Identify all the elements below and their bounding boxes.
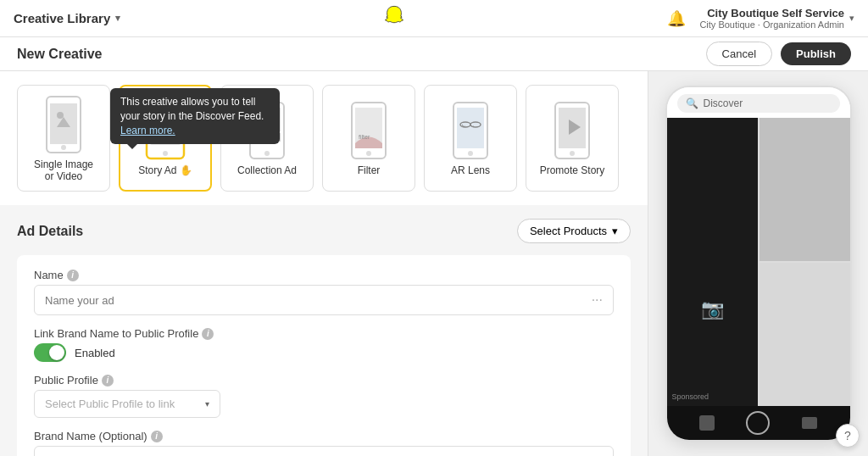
name-label: Name i [34,269,614,281]
public-profile-form-group: Public Profile i Select Public Profile t… [34,374,614,418]
discover-label: Discover [704,97,743,109]
single-image-icon [41,94,86,155]
user-chevron: ▾ [849,13,854,24]
phone-content: 📷 Sponsored [667,118,850,406]
single-image-label: Single Imageor Video [34,158,93,182]
name-form-group: Name i ··· [34,269,614,315]
select-products-button[interactable]: Select Products ▾ [517,219,631,243]
toggle-label: Enabled [75,347,115,359]
header: Creative Library ▾ 🔔 City Boutique Self … [0,0,868,37]
sub-header: New Creative Cancel Publish [0,37,868,71]
creative-types-section: This creative allows you to tell your st… [0,71,648,205]
svg-point-10 [163,151,168,156]
creative-type-list: Single Imageor Video Ad [17,85,631,192]
name-info-icon[interactable]: i [67,270,79,281]
phone-home-button [746,411,770,435]
user-menu[interactable]: City Boutique Self Service City Boutique… [699,7,854,30]
user-role: City Boutique · Organization Admin [699,19,844,30]
help-icon: ? [844,429,851,442]
svg-point-16 [264,151,270,156]
ar-lens-label: AR Lens [451,164,490,176]
public-profile-chevron: ▾ [205,399,209,409]
camera-icon: 📷 [701,298,724,320]
brand-name-input-wrapper: 32 [34,446,614,456]
phone-preview-top: 🔍 Discover [667,87,850,118]
sub-header-actions: Cancel Publish [706,42,851,66]
filter-label: Filter [358,164,381,176]
phone-main-tile: 📷 Sponsored [667,118,758,406]
discover-search-icon: 🔍 [686,97,698,109]
creative-type-filter[interactable]: filter Filter [322,85,415,192]
story-ad-label: Story Ad ✋ [138,164,192,176]
toggle-knob [49,345,64,360]
publish-button[interactable]: Publish [781,42,851,65]
help-button[interactable]: ? [836,424,860,448]
phone-bottom-bar [667,406,850,440]
app-title-chevron: ▾ [115,13,120,24]
user-name: City Boutique Self Service [707,7,844,19]
right-panel: 🔍 Discover 📷 Sponsored [648,71,868,456]
phone-recents-button [802,417,817,429]
page-title: New Creative [17,47,103,62]
svg-point-29 [570,151,575,156]
public-profile-info-icon[interactable]: i [102,375,114,386]
notification-bell-icon[interactable]: 🔔 [667,9,686,28]
ad-details-section: Ad Details Select Products ▾ Name i ··· [0,205,648,456]
creative-type-single-image[interactable]: Single Imageor Video [17,85,110,192]
ad-form: Name i ··· Link Brand Name to Public Pro… [17,255,631,456]
svg-point-20 [366,151,371,156]
filter-icon: filter [346,100,392,161]
svg-rect-22 [457,108,484,148]
link-brand-label: Link Brand Name to Public Profile i [34,327,614,340]
public-profile-select[interactable]: Select Public Profile to link ▾ [34,390,220,418]
public-profile-label: Public Profile i [34,374,614,386]
collection-ad-label: Collection Ad [237,164,297,176]
phone-tile-top-right [760,118,850,261]
cancel-button[interactable]: Cancel [706,42,772,66]
promote-story-icon [549,100,595,161]
svg-point-4 [61,145,66,150]
creative-type-ar-lens[interactable]: AR Lens [424,85,517,192]
tooltip-learn-more[interactable]: Learn more. [120,125,175,136]
brand-name-info-icon[interactable]: i [151,431,163,442]
toggle-row: Enabled [34,343,614,362]
name-input-wrapper: ··· [34,285,614,315]
brand-name-form-group: Brand Name (Optional) i 32 [34,430,614,456]
user-info: City Boutique Self Service City Boutique… [699,7,844,30]
camera-icon-area: 📷 [672,225,753,392]
select-products-chevron: ▾ [612,225,618,237]
svg-point-3 [57,112,64,119]
ad-details-header: Ad Details Select Products ▾ [17,219,631,243]
brand-name-input[interactable] [34,446,614,456]
ad-details-title: Ad Details [17,224,83,239]
name-input[interactable] [45,294,592,307]
link-brand-form-group: Link Brand Name to Public Profile i Enab… [34,327,614,362]
ar-lens-icon [448,100,493,161]
svg-point-25 [468,151,473,156]
promote-story-label: Promote Story [540,164,605,176]
app-title: Creative Library [14,11,110,25]
link-brand-toggle[interactable] [34,343,66,362]
app-title-area[interactable]: Creative Library ▾ [14,11,120,25]
header-right-area: 🔔 City Boutique Self Service City Boutiq… [667,7,854,30]
snapchat-logo [382,5,406,31]
story-ad-tooltip: This creative allows you to tell your st… [110,88,280,144]
phone-tile-bottom-right [760,263,850,406]
phone-back-button [699,415,715,431]
name-input-more-icon[interactable]: ··· [592,292,603,308]
main-content: This creative allows you to tell your st… [0,71,868,456]
link-brand-info-icon[interactable]: i [202,328,214,340]
sponsored-label: Sponsored [672,392,753,401]
left-panel: This creative allows you to tell your st… [0,71,648,456]
tooltip-text: This creative allows you to tell your st… [120,96,264,122]
brand-name-label: Brand Name (Optional) i [34,430,614,442]
phone-preview: 🔍 Discover 📷 Sponsored [665,86,852,442]
discover-bar: 🔍 Discover [677,94,840,113]
svg-text:filter: filter [359,134,370,140]
creative-type-promote-story[interactable]: Promote Story [526,85,619,192]
